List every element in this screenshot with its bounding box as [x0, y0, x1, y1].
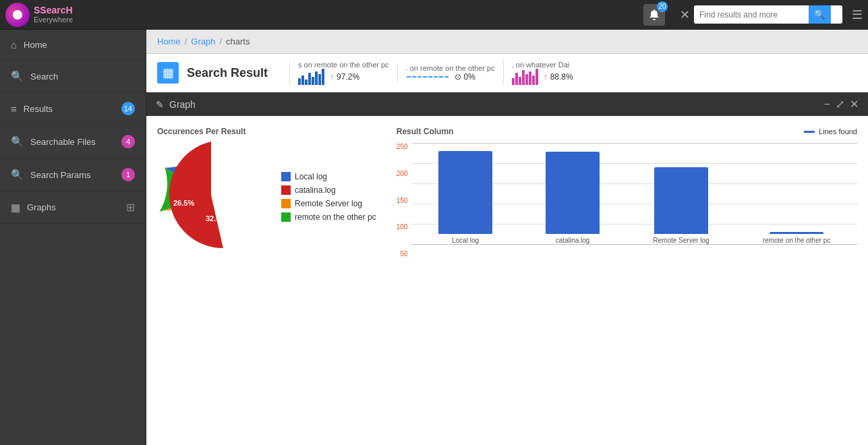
graph-header: ✎ Graph − ⤢ ✕ [146, 92, 868, 116]
results-badge: 14 [121, 102, 135, 115]
legend-label-4: remote on the other pc [295, 212, 376, 222]
graphs-icon: ▦ [11, 202, 20, 214]
sidebar-item-search[interactable]: 🔍 Search [0, 61, 146, 92]
y-label-200: 200 [397, 170, 408, 177]
stat-value-3: ↑ 88.8% [544, 72, 573, 82]
sidebar-item-search-params[interactable]: 🔍 Search Params 1 [0, 158, 146, 191]
graph-panel: ✎ Graph − ⤢ ✕ Occurences Per Result [146, 92, 868, 445]
y-label-50: 50 [400, 250, 407, 258]
legend-item-2: catalina.log [281, 185, 376, 195]
legend-color-2 [281, 185, 291, 195]
stat-value-1: ↑ 97.2% [330, 72, 359, 82]
sidebar-label-home: Home [24, 40, 135, 50]
bar-chart-inner: Local log catalina.log Remote Server log [411, 143, 857, 258]
breadcrumb: Home / Graph / charts [146, 30, 868, 54]
stat-value-2: ⊙ 0% [455, 72, 475, 82]
graph-close-button[interactable]: ✕ [850, 98, 859, 111]
sidebar-item-results[interactable]: ≡ Results 14 [0, 92, 146, 125]
stat-item-3: . on whatever Dai ↑ 88.8% [503, 61, 584, 85]
sidebar-item-graphs[interactable]: ▦ Graphs ⊞ [0, 191, 146, 224]
home-icon: ⌂ [11, 39, 17, 51]
stat-label-1: s on remote on the other pc [298, 61, 389, 69]
bar-item-1: Local log [438, 151, 492, 244]
pie-title: Occurences Per Result [157, 127, 245, 136]
notification-button[interactable]: 20 [643, 4, 665, 26]
breadcrumb-sep-1: / [185, 36, 187, 47]
pie-label-2: 32.6% [206, 214, 227, 222]
sidebar-item-searchable-files[interactable]: 🔍 Searchable Files 4 [0, 125, 146, 158]
results-icon: ≡ [11, 103, 17, 115]
result-header-icon: ▦ [157, 62, 179, 84]
search-bar: 🔍 [694, 5, 842, 24]
bar-label-1: Local log [452, 237, 479, 244]
close-top-button[interactable]: ✕ [680, 7, 690, 22]
notification-badge: 20 [657, 1, 668, 12]
bar-item-3: Remote Server log [653, 167, 709, 244]
bar-y-axis: 250 200 150 100 50 [397, 143, 412, 258]
bar-chart-container: 250 200 150 100 50 [397, 143, 857, 258]
graphs-add-button[interactable]: ⊞ [126, 201, 135, 214]
legend-item-4: remote on the other pc [281, 212, 376, 222]
content-area: Home / Graph / charts ▦ Search Result s … [146, 30, 868, 445]
logo-icon [5, 3, 30, 27]
bar-rect-3 [654, 167, 708, 234]
legend-label-2: catalina.log [295, 185, 336, 195]
stat-label-2: . on remote on the other pc [406, 64, 495, 72]
bar-legend-label: Lines found [819, 127, 857, 136]
legend-label-1: Local log [295, 172, 327, 181]
app-subtitle: Everywhere [34, 16, 73, 24]
sparkline-2 [406, 76, 449, 78]
sidebar-label-graphs: Graphs [27, 202, 119, 212]
search-icon: 🔍 [11, 70, 24, 82]
main-layout: ⌂ Home 🔍 Search ≡ Results 14 🔍 Searchabl… [0, 30, 868, 445]
grid-line-6 [411, 244, 857, 245]
breadcrumb-graph[interactable]: Graph [191, 36, 215, 47]
stat-label-3: . on whatever Dai [512, 61, 584, 69]
pie-container: 32.7% 32.6% 26.5% Local log [157, 142, 376, 251]
pie-legend: Local log catalina.log Remote Server log [281, 172, 376, 222]
graph-panel-title: Graph [169, 99, 819, 110]
sidebar-label-search: Search [30, 71, 135, 82]
bar-label-2: catalina.log [556, 237, 590, 244]
breadcrumb-current: charts [226, 36, 250, 47]
searchable-files-badge: 4 [121, 135, 135, 148]
sidebar-label-searchable-files: Searchable Files [30, 137, 115, 147]
legend-color-4 [281, 212, 291, 222]
bar-rect-4 [770, 232, 823, 234]
sidebar-item-home[interactable]: ⌂ Home [0, 30, 146, 61]
search-input[interactable] [694, 6, 809, 24]
bar-item-4: remote on the other pc [763, 232, 831, 244]
legend-item-1: Local log [281, 172, 376, 181]
y-label-250: 250 [397, 143, 408, 150]
bar-item-2: catalina.log [546, 152, 600, 244]
sparkline-3 [512, 69, 538, 85]
menu-button[interactable]: ☰ [852, 7, 863, 22]
bar-label-3: Remote Server log [653, 237, 709, 244]
legend-label-3: Remote Server log [295, 199, 362, 208]
breadcrumb-sep-2: / [219, 36, 222, 47]
result-header: ▦ Search Result s on remote on the other… [146, 54, 868, 92]
graph-minimize-button[interactable]: − [824, 98, 830, 111]
pie-label-1: 32.7% [221, 181, 242, 189]
bar-legend: Lines found [804, 127, 857, 136]
search-params-icon: 🔍 [11, 169, 24, 181]
bar-rect-2 [546, 152, 600, 234]
pie-section: Occurences Per Result [157, 127, 376, 258]
y-label-100: 100 [397, 223, 408, 231]
legend-item-3: Remote Server log [281, 199, 376, 208]
sidebar-label-results: Results [24, 104, 115, 114]
charts-area: Occurences Per Result [146, 116, 868, 268]
search-submit-button[interactable]: 🔍 [809, 5, 831, 24]
bar-rect-1 [438, 151, 492, 234]
breadcrumb-home[interactable]: Home [157, 36, 181, 47]
graph-maximize-button[interactable]: ⤢ [836, 98, 844, 111]
stat-item-2: . on remote on the other pc ⊙ 0% [397, 64, 495, 82]
graph-edit-icon: ✎ [156, 99, 164, 110]
bar-section: Result Column Lines found 250 200 150 10… [397, 127, 857, 258]
search-params-badge: 1 [121, 168, 135, 181]
bar-group: Local log catalina.log Remote Server log [411, 143, 857, 244]
bar-label-4: remote on the other pc [763, 237, 831, 244]
pie-chart-svg: 32.7% 32.6% 26.5% [157, 142, 265, 251]
sidebar: ⌂ Home 🔍 Search ≡ Results 14 🔍 Searchabl… [0, 30, 146, 445]
topbar: SSearcH Everywhere 20 ✕ 🔍 ☰ [0, 0, 868, 30]
